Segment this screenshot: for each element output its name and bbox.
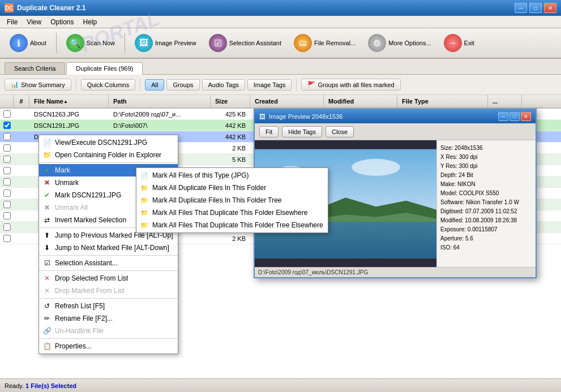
show-summary-label: Show Summary	[21, 81, 65, 88]
th-modified[interactable]: Modified	[324, 95, 397, 107]
toolbar: ℹ About 🔍 Scan Now 🖼 Image Preview ☑ Sel…	[0, 28, 561, 59]
filter-groups-button[interactable]: Groups	[166, 79, 199, 91]
mark-type-icon: 📄	[139, 172, 150, 179]
menu-view[interactable]: View	[22, 17, 46, 27]
row-size: 425 KB	[211, 111, 250, 118]
checkbox-input[interactable]	[3, 122, 11, 129]
filter-audio-tags-button[interactable]: Audio Tags	[202, 79, 245, 91]
groups-marked-button[interactable]: 🚩 Groups with all files marked	[301, 79, 400, 91]
ctx-drop-marked: ✕ Drop Marked From List	[39, 285, 178, 297]
groups-marked-icon: 🚩	[307, 81, 315, 88]
show-summary-icon: 📊	[11, 81, 19, 88]
ctx-view[interactable]: 📄 View/Execute DSCN1291.JPG	[39, 136, 178, 149]
hide-tags-button[interactable]: Hide Tags	[282, 126, 322, 137]
info-model: Model: COOLPIX S550	[440, 189, 532, 198]
invert-icon: ⇄	[41, 216, 53, 224]
image-preview-label: Image Preview	[155, 40, 196, 46]
th-path[interactable]: Path	[109, 95, 211, 107]
selection-assistant-button[interactable]: ☑ Selection Assistant	[204, 31, 286, 55]
unmark-all-icon: ✖	[41, 204, 53, 212]
preview-toolbar: Fit Hide Tags Close	[255, 123, 536, 140]
unhardlink-icon: 🔗	[41, 327, 53, 335]
fit-button[interactable]: Fit	[259, 126, 279, 137]
preview-close-title-button[interactable]: ✕	[521, 112, 531, 121]
submenu: 📄 Mark All Files of this Type (JPG) 📁 Ma…	[136, 167, 328, 233]
menu-file[interactable]: File	[2, 17, 22, 27]
row-size: 442 KB	[211, 133, 250, 140]
quick-columns-label: Quick Columns	[87, 81, 130, 88]
about-button[interactable]: ℹ About	[5, 31, 52, 55]
ctx-jump-next[interactable]: ⬇ Jump to Next Marked File [ALT-Down]	[39, 242, 178, 254]
selection-icon: ☑	[209, 34, 227, 52]
ctx-separator-5	[39, 298, 178, 299]
menu-help[interactable]: Help	[79, 17, 102, 27]
ctx-open-folder[interactable]: 📁 Open Containing Folder in Explorer	[39, 149, 178, 161]
ctx-selection-asst[interactable]: ☑ Selection Assistant...	[39, 257, 178, 269]
status-text: Ready.	[5, 382, 24, 389]
properties-icon: 📋	[41, 342, 53, 350]
minimize-button[interactable]: ─	[515, 3, 527, 13]
row-filename: DSCN1291.JPG	[29, 122, 109, 129]
refresh-icon: ↺	[41, 302, 53, 310]
mark-tree-elsewhere-icon: 📁	[139, 222, 150, 229]
preview-title-buttons: ─ □ ✕	[498, 112, 531, 121]
status-selection: 1 File(s) Selected	[25, 382, 76, 389]
row-checkbox[interactable]	[0, 110, 14, 118]
jump-next-icon: ⬇	[41, 244, 53, 252]
checkbox-input[interactable]	[3, 110, 11, 118]
preview-maximize-button[interactable]: □	[509, 112, 520, 121]
ctx-jump-next-label: Jump to Next Marked File [ALT-Down]	[55, 244, 169, 252]
row-checkbox[interactable]	[0, 144, 14, 152]
tab-search[interactable]: Search Criteria	[5, 62, 65, 74]
th-num[interactable]: #	[14, 95, 29, 107]
scan-button[interactable]: 🔍 Scan Now	[61, 31, 120, 55]
filter-image-tags-button[interactable]: Image Tags	[247, 79, 292, 91]
quick-columns-button[interactable]: Quick Columns	[81, 79, 136, 91]
maximize-button[interactable]: □	[529, 3, 542, 13]
submenu-mark-folder[interactable]: 📁 Mark All Duplicate Files In This Folde…	[136, 182, 328, 194]
ctx-rename[interactable]: ✏ Rename File [F2]...	[39, 312, 178, 325]
filter-all-button[interactable]: All	[145, 79, 164, 91]
filter-separator-1	[76, 79, 76, 91]
ctx-mark-label: Mark	[55, 166, 70, 174]
image-preview-button[interactable]: 🖼 Image Preview	[130, 31, 202, 55]
toolbar-separator-2	[125, 33, 125, 53]
close-button[interactable]: ✕	[544, 3, 556, 13]
row-checkbox[interactable]	[0, 133, 14, 140]
th-filetype[interactable]: File Type	[397, 95, 488, 107]
app-title: Duplicate Cleaner 2.1	[17, 4, 85, 12]
file-removal-button[interactable]: 🗂 File Removal...	[289, 31, 361, 55]
submenu-mark-type-label: Mark All Files of this Type (JPG)	[152, 171, 249, 179]
show-summary-button[interactable]: 📊 Show Summary	[5, 79, 71, 91]
ctx-refresh[interactable]: ↺ Refresh List [F5]	[39, 300, 178, 312]
submenu-mark-type[interactable]: 📄 Mark All Files of this Type (JPG)	[136, 169, 328, 182]
ctx-properties[interactable]: 📋 Properties...	[39, 340, 178, 352]
row-checkbox[interactable]	[0, 122, 14, 129]
close-button[interactable]: Close	[326, 126, 354, 137]
checkbox-input[interactable]	[3, 133, 11, 140]
groups-marked-label: Groups with all files marked	[318, 81, 394, 88]
submenu-mark-tree-elsewhere[interactable]: 📁 Mark All Files That Duplicate This Fol…	[136, 219, 328, 231]
info-digitised: Digitised: 07.07.2009 11:02:52	[440, 207, 532, 216]
th-created[interactable]: Created	[250, 95, 324, 107]
info-modified: Modified: 10.08.2009 18:26:38	[440, 216, 532, 225]
mark-folder-tree-icon: 📁	[139, 197, 150, 204]
filter-separator-3	[296, 79, 297, 91]
row-filename: DSCN1263.JPG	[29, 111, 109, 118]
row-path: D:\Foto\2009 год\07_и...	[109, 111, 211, 118]
submenu-mark-elsewhere[interactable]: 📁 Mark All Files That Duplicate This Fol…	[136, 206, 328, 219]
ctx-separator-3	[39, 255, 178, 256]
ctx-drop-selected[interactable]: ✕ Drop Selected From List	[39, 272, 178, 285]
menu-options[interactable]: Options	[46, 17, 78, 27]
exit-button[interactable]: → Exit	[439, 31, 479, 55]
th-filename[interactable]: File Name	[29, 95, 109, 107]
th-hash[interactable]: ...	[488, 95, 522, 107]
tab-duplicates[interactable]: Duplicate Files (969)	[66, 62, 143, 75]
image-preview-icon: 🖼	[135, 34, 153, 52]
more-options-button[interactable]: ⚙ More Options...	[363, 31, 436, 55]
th-size[interactable]: Size	[211, 95, 250, 107]
submenu-mark-folder-label: Mark All Duplicate Files In This Folder	[152, 184, 266, 192]
submenu-mark-folder-tree[interactable]: 📁 Mark All Duplicate Files In This Folde…	[136, 194, 328, 206]
selection-asst-icon: ☑	[41, 259, 53, 267]
preview-minimize-button[interactable]: ─	[498, 112, 508, 121]
